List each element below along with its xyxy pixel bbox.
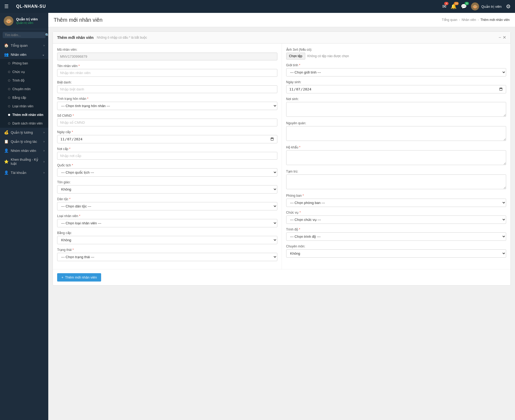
breadcrumb-sep: › (459, 18, 460, 22)
form-group-ngay-cap: Ngày cấp * (57, 130, 277, 143)
sidebar-item-quan-ly-luong[interactable]: 💰 Quản lý lương › (0, 128, 48, 137)
file-no-file-label: Không có tệp nào được chọn (307, 54, 349, 58)
chuyen-mon-select[interactable]: Không (286, 249, 506, 258)
settings-icon[interactable]: ⚙ (506, 3, 511, 10)
biet-danh-label: Biệt danh: (57, 81, 277, 84)
trinh-do-select[interactable]: --- Chọn trình độ --- (286, 232, 506, 241)
form-group-so-cmnd: Số CMND * (57, 114, 277, 126)
breadcrumb-current: Thêm mới nhân viên (480, 18, 510, 22)
submit-label: Thêm mới nhân viên (65, 275, 97, 279)
ten-nhan-vien-input[interactable] (57, 69, 277, 77)
sidebar-item-nhan-vien[interactable]: 👥 Nhân viên ⌄ (0, 50, 48, 59)
breadcrumb-nhan-vien[interactable]: Nhân viên (462, 18, 476, 22)
ngay-cap-input[interactable] (57, 135, 277, 143)
dot-icon (8, 114, 10, 116)
mail-badge: 4 (444, 2, 448, 5)
nguyen-quan-label: Nguyên quán: (286, 121, 506, 125)
chevron-right-icon: › (43, 149, 45, 152)
sidebar-item-nhom-nhan-vien[interactable]: 👤 Nhóm nhân viên › (0, 146, 48, 155)
bang-cap-label: Bằng cấp: (57, 231, 277, 235)
sidebar-item-tong-quan[interactable]: 🏠 Tổng quan › (0, 41, 48, 50)
nav-user[interactable]: 🐵 Quản trị viên (471, 2, 502, 10)
sidebar-item-label: Thêm mới nhân viên (12, 113, 45, 117)
sidebar-item-label: Chức vụ (12, 70, 45, 74)
sidebar-item-tai-khoan[interactable]: 👤 Tài khoản › (0, 168, 48, 177)
loai-nhan-vien-select[interactable]: --- Chọn loại nhân viên --- (57, 219, 277, 227)
sidebar-avatar: 🐵 (4, 16, 13, 26)
minimize-button[interactable]: − (499, 35, 501, 40)
chuc-vu-select[interactable]: --- Chọn chức vụ --- (286, 216, 506, 224)
ngay-sinh-input[interactable] (286, 85, 506, 93)
so-cmnd-input[interactable] (57, 119, 277, 126)
notification-icon-btn[interactable]: 🔔 10 (451, 3, 457, 9)
sidebar-item-trinh-do[interactable]: Trình độ (0, 76, 48, 85)
star-icon: ⭐ (4, 159, 9, 164)
mail-icon-btn[interactable]: ✉ 4 (442, 3, 446, 9)
sidebar-item-loai-nhan-vien[interactable]: Loại nhân viên (0, 102, 48, 111)
tinh-trang-hon-nhan-select[interactable]: --- Chọn tình trạng hôn nhân --- (57, 102, 277, 110)
form-card-header: Thêm mới nhân viên Những ô nhập có dấu *… (53, 32, 510, 43)
sidebar-item-label: Trình độ (12, 79, 45, 82)
file-choose-button[interactable]: Chọn tệp (286, 53, 305, 60)
trang-thai-select[interactable]: --- Chọn trạng thái --- (57, 253, 277, 261)
sidebar-item-quan-ly-cong-tac[interactable]: 📋 Quản lý công tác › (0, 137, 48, 146)
employees-icon: 👥 (4, 52, 9, 57)
sidebar-item-label: Khen thưởng - Kỷ luật (11, 158, 41, 166)
nguyen-quan-textarea[interactable] (286, 126, 506, 141)
quoc-tich-select[interactable]: --- Chọn quốc tịch --- (57, 168, 277, 177)
sidebar-item-khen-thuong[interactable]: ⭐ Khen thưởng - Kỷ luật › (0, 155, 48, 168)
form-group-bang-cap: Bằng cấp: Không (57, 231, 277, 244)
sidebar-item-bang-cap[interactable]: Bằng cấp (0, 93, 48, 102)
bang-cap-select[interactable]: Không (57, 236, 277, 244)
noi-sinh-textarea[interactable] (286, 102, 506, 117)
form-card-header-left: Thêm mới nhân viên Những ô nhập có dấu *… (57, 35, 147, 40)
chat-icon-btn[interactable]: 💬 9 (461, 3, 467, 9)
sidebar-username: Quản trị viên (16, 17, 38, 21)
close-button[interactable]: ✕ (503, 35, 506, 40)
form-footer: + Thêm mới nhân viên (53, 269, 510, 285)
sidebar-item-label: Phòng ban (12, 61, 45, 65)
ma-nhan-vien-input (57, 53, 277, 60)
form-group-quoc-tich: Quốc tịch * --- Chọn quốc tịch --- (57, 163, 277, 177)
sidebar-item-chuyen-mon[interactable]: Chuyên môn (0, 85, 48, 93)
trang-thai-label: Trạng thái * (57, 248, 277, 252)
search-icon[interactable]: 🔍 (45, 33, 48, 37)
chevron-down-icon: ⌄ (42, 53, 45, 56)
sidebar-role: Quản trị viên (16, 21, 38, 25)
phong-ban-select[interactable]: --- Chọn phòng ban --- (286, 199, 506, 207)
form-group-ho-khau: Hộ khẩu * (286, 145, 506, 166)
sidebar-item-danh-sach-nhan-vien[interactable]: Danh sách nhân viên (0, 119, 48, 128)
ngay-sinh-label: Ngày sinh: (286, 80, 506, 84)
sidebar-item-label: Quản lý lương (11, 130, 41, 134)
chuyen-mon-label: Chuyên môn: (286, 244, 506, 248)
ten-nhan-vien-label: Tên nhân viên * (57, 64, 277, 68)
submit-button[interactable]: + Thêm mới nhân viên (57, 273, 101, 282)
gioi-tinh-select[interactable]: --- Chọn giới tính --- (286, 68, 506, 76)
breadcrumb-home[interactable]: Tổng quan (442, 18, 457, 22)
dan-toc-label: Dân tộc * (57, 197, 277, 201)
tam-tru-label: Tạm trú: (286, 170, 506, 173)
sidebar-item-chuc-vu[interactable]: Chức vụ (0, 68, 48, 76)
account-icon: 👤 (4, 170, 9, 175)
main-layout: 🐵 Quản trị viên Quản trị viên 🔍 🏠 Tổng q… (0, 13, 515, 420)
chevron-right-icon: › (43, 44, 45, 47)
loai-nhan-vien-label: Loại nhân viên * (57, 214, 277, 218)
form-card-subtitle: Những ô nhập có dấu * là bắt buộc (97, 36, 147, 39)
sidebar-nav: 🏠 Tổng quan › 👥 Nhân viên ⌄ Phòng ban Ch… (0, 41, 48, 420)
ton-giao-select[interactable]: Không (57, 185, 277, 193)
dan-toc-select[interactable]: --- Chọn dân tộc --- (57, 202, 277, 210)
biet-danh-input[interactable] (57, 85, 277, 93)
ton-giao-label: Tôn giáo: (57, 180, 277, 184)
noi-cap-input[interactable] (57, 152, 277, 160)
menu-icon[interactable]: ☰ (4, 3, 9, 9)
ma-nhan-vien-label: Mã nhân viên: (57, 48, 277, 52)
tinh-trang-hon-nhan-label: Tình trạng hôn nhân * (57, 97, 277, 101)
form-right-col: Ảnh 3x4 (Nếu có): Chọn tệp Không có tệp … (282, 43, 511, 269)
ho-khau-textarea[interactable] (286, 150, 506, 165)
tam-tru-textarea[interactable] (286, 174, 506, 189)
breadcrumb-sep: › (478, 18, 479, 22)
sidebar-item-phong-ban[interactable]: Phòng ban (0, 59, 48, 68)
navbar: ☰ QL-NHAN-SU ✉ 4 🔔 10 💬 9 🐵 Quản trị viê… (0, 0, 515, 13)
search-input[interactable] (5, 33, 45, 37)
sidebar-item-them-moi-nhan-vien[interactable]: Thêm mới nhân viên (0, 111, 48, 119)
